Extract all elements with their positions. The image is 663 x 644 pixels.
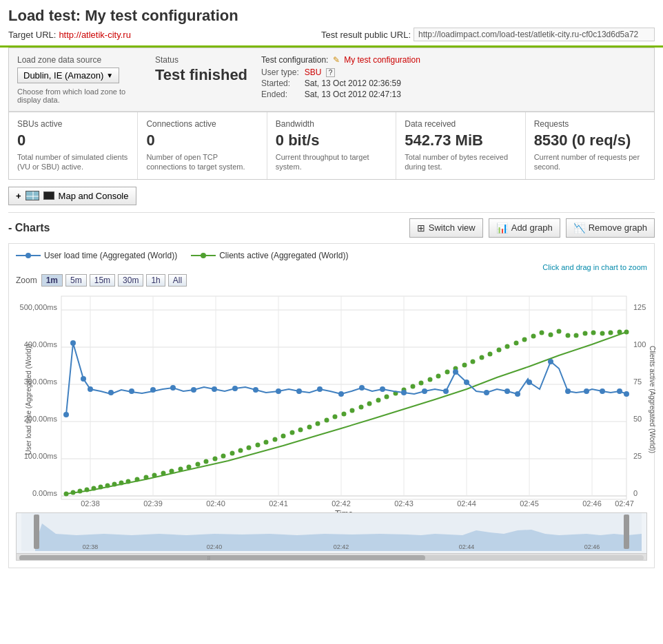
svg-text:0.00ms: 0.00ms: [32, 489, 58, 497]
scrollbar-thumb[interactable]: [19, 555, 425, 561]
svg-text:02:40: 02:40: [207, 543, 223, 550]
svg-point-67: [213, 456, 218, 461]
svg-point-105: [540, 330, 544, 335]
svg-text:02:45: 02:45: [520, 499, 539, 508]
svg-point-94: [445, 369, 450, 374]
scrollbar-area[interactable]: ⠿: [17, 553, 646, 561]
metric-cell-3: Data received 542.73 MiB Total number of…: [396, 112, 525, 179]
zoom-5m-button[interactable]: 5m: [65, 274, 87, 287]
svg-point-112: [600, 331, 605, 335]
config-label: Test configuration:: [261, 55, 328, 65]
switch-view-button[interactable]: ⊞ Switch view: [409, 218, 483, 238]
zoom-15m-button[interactable]: 15m: [90, 274, 115, 287]
svg-text:02:47: 02:47: [615, 499, 634, 508]
legend-item-blue: User load time (Aggregated (World)): [16, 251, 177, 260]
map-console-button[interactable]: + Map and Console: [8, 187, 136, 205]
load-zone-section: Load zone data source Dublin, IE (Amazon…: [17, 55, 141, 104]
svg-point-117: [70, 340, 76, 346]
svg-point-54: [105, 483, 110, 488]
svg-point-74: [273, 437, 278, 442]
svg-point-64: [187, 464, 192, 469]
drag-hint: Click and drag in chart to zoom: [16, 263, 647, 271]
svg-point-133: [380, 386, 385, 392]
zoom-all-button[interactable]: All: [168, 274, 187, 287]
svg-text:02:43: 02:43: [394, 499, 414, 508]
metric-name-2: Bandwidth: [276, 119, 387, 129]
zoom-30m-button[interactable]: 30m: [118, 274, 143, 287]
zoom-row: Zoom 1m 5m 15m 30m 1h All: [16, 274, 647, 287]
load-zone-select-btn[interactable]: Dublin, IE (Amazon) ▼: [17, 67, 119, 83]
remove-graph-button[interactable]: 📉 Remove graph: [566, 218, 655, 238]
metric-cell-1: Connections active 0 Number of open TCP …: [138, 112, 267, 179]
started-label: Started:: [261, 79, 299, 88]
zoom-1m-button[interactable]: 1m: [41, 274, 63, 287]
svg-point-84: [359, 404, 364, 409]
svg-point-93: [436, 373, 441, 378]
help-icon[interactable]: ?: [326, 68, 336, 77]
svg-point-87: [385, 394, 389, 399]
config-link[interactable]: My test configuration: [344, 55, 420, 65]
target-url-label: Target URL:: [8, 30, 56, 40]
chart-container: User load time (Aggregated (World)) Clie…: [8, 243, 655, 568]
started-value: Sat, 13 Oct 2012 02:36:59: [305, 79, 646, 88]
svg-point-98: [480, 355, 484, 360]
svg-point-143: [548, 359, 553, 364]
svg-point-126: [232, 386, 238, 391]
add-graph-button[interactable]: 📊 Add graph: [489, 218, 560, 238]
add-graph-icon: 📊: [496, 222, 508, 233]
scrollbar-track[interactable]: ⠿: [19, 555, 644, 561]
target-url-link[interactable]: http://atletik-city.ru: [59, 30, 131, 40]
test-result-url-label: Test result public URL:: [321, 30, 411, 40]
svg-point-144: [565, 388, 571, 394]
zoom-1h-button[interactable]: 1h: [146, 274, 165, 287]
svg-point-63: [178, 466, 183, 471]
svg-point-85: [367, 401, 372, 406]
svg-point-136: [443, 388, 449, 394]
status-value: Test finished: [155, 66, 247, 84]
svg-point-61: [161, 470, 166, 475]
console-icon: [43, 191, 54, 200]
mini-chart-svg: 02:38 02:40 02:42 02:44 02:46: [17, 513, 646, 551]
svg-point-97: [471, 359, 476, 364]
map-console-bar: + Map and Console: [8, 187, 655, 205]
dropdown-arrow-icon: ▼: [106, 72, 113, 79]
svg-rect-155: [34, 515, 39, 549]
mini-chart[interactable]: 02:38 02:40 02:42 02:44 02:46 ⠿: [16, 512, 647, 561]
chart-area[interactable]: 0.00ms 100.00ms 200.00ms 300.00ms 400.00…: [16, 289, 647, 510]
svg-point-66: [204, 459, 209, 464]
svg-point-51: [85, 487, 90, 492]
legend-label-blue: User load time (Aggregated (World)): [44, 251, 177, 260]
svg-point-115: [624, 329, 629, 334]
metrics-row: SBUs active 0 Total number of simulated …: [9, 112, 654, 179]
svg-point-110: [583, 331, 588, 335]
svg-text:125: 125: [633, 303, 646, 311]
sbu-link[interactable]: SBU: [305, 67, 322, 77]
load-zone-select: Dublin, IE (Amazon) ▼: [17, 67, 141, 83]
scroll-grip-icon: ⠿: [207, 556, 211, 561]
page-header: Load test: My test configuration Target …: [0, 0, 663, 45]
svg-text:02:44: 02:44: [459, 543, 475, 550]
svg-point-124: [191, 387, 196, 393]
svg-point-59: [144, 475, 149, 479]
metric-value-1: 0: [146, 132, 258, 149]
svg-point-79: [316, 421, 320, 426]
svg-point-123: [170, 385, 176, 391]
svg-point-139: [484, 390, 489, 395]
edit-icon: ✎: [333, 55, 340, 65]
svg-point-55: [112, 481, 117, 486]
metric-desc-2: Current throughput to target system.: [276, 152, 387, 172]
svg-point-65: [196, 461, 201, 466]
svg-point-127: [253, 387, 258, 393]
svg-point-138: [464, 380, 469, 385]
load-zone-value: Dublin, IE (Amazon): [23, 70, 103, 81]
main-chart-svg: 0.00ms 100.00ms 200.00ms 300.00ms 400.00…: [16, 289, 647, 510]
svg-point-50: [78, 488, 83, 493]
svg-point-116: [63, 412, 69, 417]
svg-point-109: [574, 333, 579, 337]
metric-value-4: 8530 (0 req/s): [534, 132, 646, 149]
metric-name-1: Connections active: [146, 119, 258, 129]
svg-text:50: 50: [633, 415, 642, 423]
svg-point-80: [325, 417, 329, 422]
metric-name-3: Data received: [405, 119, 516, 129]
svg-point-82: [342, 411, 347, 416]
